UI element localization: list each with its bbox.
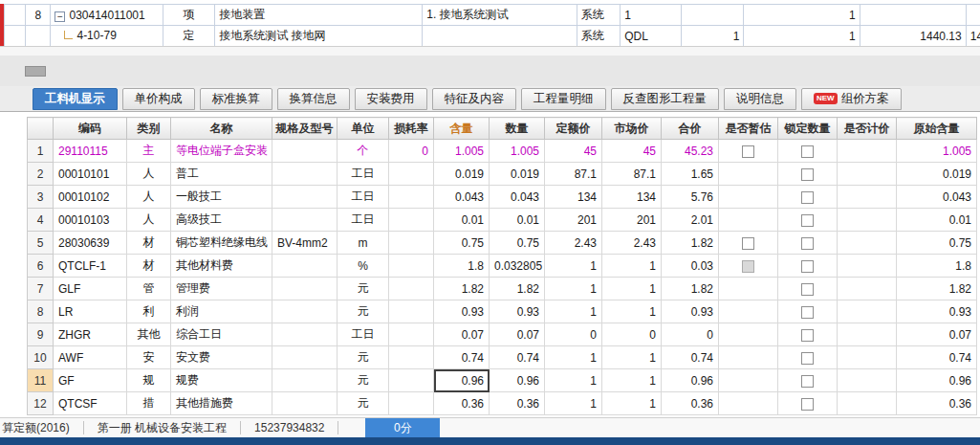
is-priced-checkbox[interactable] xyxy=(838,346,897,369)
cell-unit[interactable]: 元 xyxy=(338,369,389,392)
cell-name[interactable]: 管理费 xyxy=(171,278,272,300)
cell-item-name[interactable]: 接地系统测试 接地网 xyxy=(215,26,423,47)
cell-code[interactable]: 00010101 xyxy=(54,163,127,186)
cell-market-price[interactable]: 1 xyxy=(602,255,662,278)
cell-total[interactable]: 0.36 xyxy=(662,392,719,415)
cell-original-qty[interactable]: 0.043 xyxy=(897,186,977,209)
is-priced-checkbox[interactable] xyxy=(838,209,897,232)
is-priced-checkbox[interactable] xyxy=(838,278,897,300)
cell-base-price[interactable]: 1 xyxy=(545,346,602,369)
cell-unit[interactable]: 工日 xyxy=(338,209,389,232)
tentative-estimate-checkbox-header[interactable]: 是否暂估 xyxy=(719,118,778,140)
cell-unit[interactable]: 元 xyxy=(338,300,389,323)
cell-content-qty[interactable]: 0.36 xyxy=(434,392,490,415)
cell-code[interactable]: LR xyxy=(54,300,127,323)
cell-loss-rate[interactable] xyxy=(389,346,434,369)
cell-base-price[interactable]: 1 xyxy=(545,392,602,415)
cell-code[interactable]: 28030639 xyxy=(54,232,127,255)
cell-quantity[interactable]: 1 xyxy=(744,5,860,26)
cell-quantity[interactable]: 0.043 xyxy=(490,186,545,209)
cell-total[interactable]: 0 xyxy=(662,323,719,346)
cell-unit-header[interactable]: 单位 xyxy=(338,118,389,140)
lock-quantity-checkbox[interactable] xyxy=(801,375,814,388)
cell-content-qty[interactable]: 0.75 xyxy=(434,232,490,255)
cell-category[interactable]: 人 xyxy=(127,163,171,186)
cell-base-price-header[interactable]: 定额价 xyxy=(545,118,602,140)
tentative-estimate-checkbox[interactable] xyxy=(719,369,778,392)
cell-original-qty[interactable]: 0.019 xyxy=(897,163,977,186)
lock-quantity-checkbox[interactable] xyxy=(778,369,838,392)
cell-market-price[interactable]: 1 xyxy=(602,392,662,415)
cell-spec[interactable] xyxy=(272,186,338,209)
cell-original-qty[interactable]: 1.82 xyxy=(897,278,977,300)
cell-item-code[interactable]: 030414011001 xyxy=(51,5,163,26)
cell-category[interactable]: 材 xyxy=(127,232,171,255)
lock-quantity-checkbox[interactable] xyxy=(801,214,814,227)
lock-quantity-checkbox[interactable] xyxy=(801,352,814,365)
cell-total[interactable]: 0.93 xyxy=(662,300,719,323)
cell-code-header[interactable]: 编码 xyxy=(54,118,127,140)
cell-spec[interactable] xyxy=(272,346,338,369)
cell-category[interactable]: 利 xyxy=(127,300,171,323)
cell-market-price[interactable]: 1 xyxy=(602,369,662,392)
cell-spec[interactable] xyxy=(272,140,338,163)
cell-spec[interactable] xyxy=(272,323,338,346)
cell-spec[interactable]: BV-4mm2 xyxy=(272,232,338,255)
row-gutter[interactable] xyxy=(5,26,26,47)
tentative-estimate-checkbox[interactable] xyxy=(719,392,778,415)
is-priced-checkbox[interactable] xyxy=(838,300,897,323)
lock-quantity-checkbox[interactable] xyxy=(778,255,838,278)
tentative-estimate-checkbox[interactable] xyxy=(719,163,778,186)
lock-quantity-checkbox[interactable] xyxy=(801,191,814,204)
cell-loss-rate[interactable]: 0 xyxy=(389,140,434,163)
row-number[interactable]: 7 xyxy=(28,278,54,300)
cell-content-qty[interactable]: 0.019 xyxy=(434,163,490,186)
row-gutter[interactable] xyxy=(5,5,26,26)
cell-total[interactable]: 0.03 xyxy=(662,255,719,278)
tab-feature-content[interactable]: 特征及内容 xyxy=(432,88,517,110)
cell-base-price[interactable]: 2.43 xyxy=(545,232,602,255)
cell-factor[interactable] xyxy=(681,5,744,26)
cell-content-qty[interactable]: 1.82 xyxy=(434,278,490,300)
cell-base-price[interactable]: 0 xyxy=(545,323,602,346)
cell-base-price[interactable]: 1 xyxy=(545,255,602,278)
cell-market-price-header[interactable]: 市场价 xyxy=(602,118,662,140)
cell-content-qty[interactable]: 0.96 xyxy=(434,369,490,392)
lock-quantity-checkbox[interactable] xyxy=(801,145,814,158)
cell-spec[interactable] xyxy=(272,300,338,323)
cell-category[interactable]: 人 xyxy=(127,209,171,232)
cell-original-qty[interactable]: 0.74 xyxy=(897,346,977,369)
lock-quantity-checkbox[interactable] xyxy=(801,329,814,342)
cell-market-price[interactable]: 2.43 xyxy=(602,232,662,255)
cell-code[interactable]: GF xyxy=(54,369,127,392)
cell-market-price[interactable]: 1 xyxy=(602,278,662,300)
lock-quantity-checkbox[interactable] xyxy=(778,346,838,369)
cell-row-type[interactable]: 定 xyxy=(163,26,215,47)
cell-quantity[interactable]: 0.74 xyxy=(490,346,545,369)
cell-name[interactable]: 一般技工 xyxy=(171,186,272,209)
cell-category[interactable]: 管 xyxy=(127,278,171,300)
cell-content-qty-header[interactable]: 含量 xyxy=(434,118,490,140)
cell-base-price[interactable]: 134 xyxy=(545,186,602,209)
cell-name-header[interactable]: 名称 xyxy=(171,118,272,140)
lock-quantity-checkbox[interactable] xyxy=(801,168,814,181)
cell-code[interactable]: 00010103 xyxy=(54,209,127,232)
cell-total[interactable]: 2.01 xyxy=(662,209,719,232)
cell-unit[interactable]: % xyxy=(338,255,389,278)
cell-unit[interactable]: 元 xyxy=(338,278,389,300)
tab-installation-cost[interactable]: 安装费用 xyxy=(355,88,427,110)
cell-quantity[interactable]: 1 xyxy=(744,26,860,47)
cell-item-name[interactable]: 接地装置 xyxy=(215,5,423,26)
is-priced-checkbox[interactable] xyxy=(838,163,897,186)
cell-spec-header[interactable]: 规格及型号 xyxy=(272,118,338,140)
cell-total[interactable]: 1.82 xyxy=(662,232,719,255)
tentative-estimate-checkbox[interactable] xyxy=(719,232,778,255)
cell-quantity[interactable]: 0.019 xyxy=(490,163,545,186)
cell-content-qty[interactable]: 1.8 xyxy=(434,255,490,278)
cell-factor[interactable]: 1 xyxy=(681,26,744,47)
cell-loss-rate[interactable] xyxy=(389,323,434,346)
tab-description-info[interactable]: 说明信息 xyxy=(724,88,796,110)
cell-base-price[interactable]: 87.1 xyxy=(545,163,602,186)
cell-quantity[interactable]: 0.96 xyxy=(490,369,545,392)
cell-market-price[interactable]: 201 xyxy=(602,209,662,232)
